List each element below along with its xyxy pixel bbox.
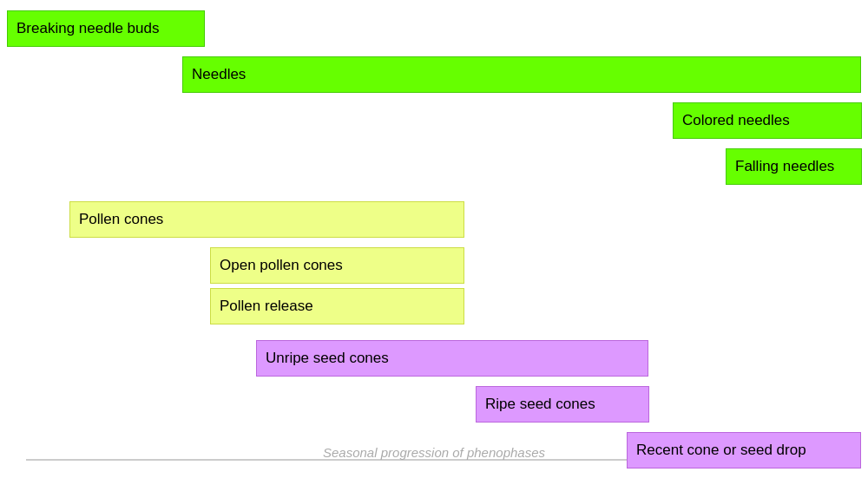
unripe-seed-cones-label: Unripe seed cones xyxy=(266,350,389,367)
open-pollen-cones-label: Open pollen cones xyxy=(220,257,343,274)
colored-needles: Colored needles xyxy=(673,102,862,139)
unripe-seed-cones: Unripe seed cones xyxy=(256,340,648,377)
falling-needles-label: Falling needles xyxy=(735,158,834,175)
pollen-cones-label: Pollen cones xyxy=(79,211,163,228)
timeline-label: Seasonal progression of phenophases xyxy=(323,445,545,460)
pollen-release: Pollen release xyxy=(210,288,464,324)
pollen-release-label: Pollen release xyxy=(220,298,313,315)
ripe-seed-cones-label: Ripe seed cones xyxy=(485,396,595,413)
falling-needles: Falling needles xyxy=(726,148,862,185)
recent-cone-or-seed-drop-label: Recent cone or seed drop xyxy=(636,442,806,459)
needles-label: Needles xyxy=(192,66,246,83)
breaking-needle-buds-label: Breaking needle buds xyxy=(16,20,159,37)
needles: Needles xyxy=(182,56,861,93)
pollen-cones: Pollen cones xyxy=(69,201,464,238)
open-pollen-cones: Open pollen cones xyxy=(210,247,464,284)
ripe-seed-cones: Ripe seed cones xyxy=(476,386,649,423)
breaking-needle-buds: Breaking needle buds xyxy=(7,10,205,47)
colored-needles-label: Colored needles xyxy=(682,112,790,129)
recent-cone-or-seed-drop: Recent cone or seed drop xyxy=(627,432,861,469)
